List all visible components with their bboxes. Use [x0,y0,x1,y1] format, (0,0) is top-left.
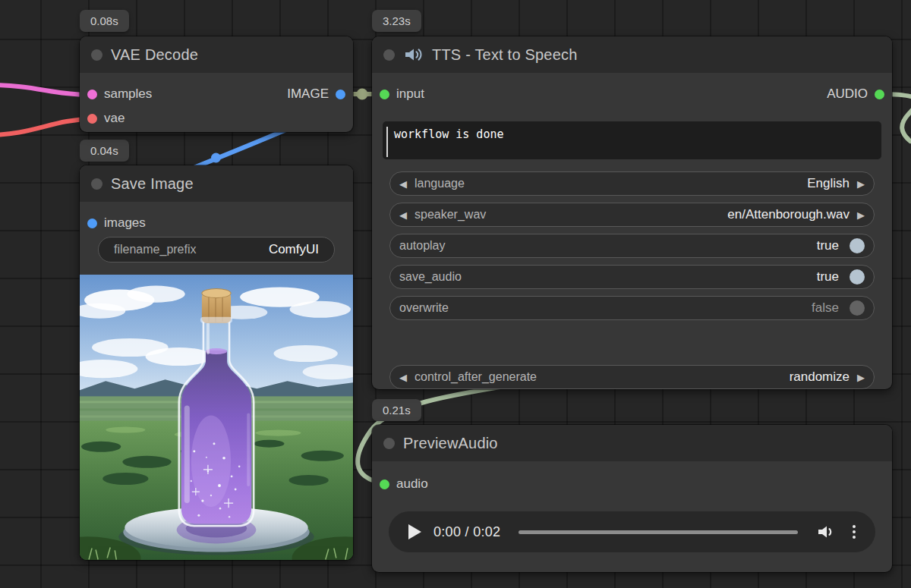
input-port-audio[interactable] [380,480,389,489]
play-button[interactable] [408,524,421,539]
audio-player[interactable]: 0:00 / 0:02 [389,511,875,552]
decrement-arrow-icon[interactable]: ◀ [399,373,407,382]
input-port-samples[interactable] [87,90,97,99]
port-row: vae [80,106,353,130]
port-row: images [80,211,353,235]
speaker-sound-icon [403,46,424,64]
input-port-vae[interactable] [87,114,97,124]
volume-icon[interactable] [816,523,836,541]
input-label-images: images [104,215,146,231]
widget-overwrite[interactable]: overwrite false [389,296,875,320]
node-header[interactable]: Save Image [80,165,353,202]
output-port-audio[interactable] [875,90,884,99]
node-vae-decode[interactable]: VAE Decode samples IMAGE vae [80,36,353,132]
link-midpoint-dot-mixed[interactable] [357,89,368,100]
bottle-photo [80,275,353,560]
widget-label: speaker_wav [415,208,486,222]
exec-time-badge-save-image: 0.04s [80,140,129,162]
node-save-image[interactable]: Save Image images filename_prefix ComfyU… [80,165,353,560]
text-input-value: workflow is done [394,127,504,141]
node-title: TTS - Text to Speech [432,46,578,64]
increment-arrow-icon[interactable]: ▶ [857,373,865,382]
node-preview-audio[interactable]: PreviewAudio audio 0:00 / 0:02 [372,425,892,572]
collapse-dot-icon[interactable] [383,49,395,61]
text-cursor [386,127,388,157]
toggle-knob[interactable] [850,238,865,253]
node-title: Save Image [111,175,194,193]
wire-vae[interactable] [0,119,92,135]
audio-time: 0:00 / 0:02 [433,524,500,540]
widget-value: false [812,300,839,316]
link-midpoint-dot-image[interactable] [211,153,221,163]
node-title: PreviewAudio [403,435,498,452]
node-header[interactable]: TTS - Text to Speech [372,36,892,73]
input-label-input: input [396,86,424,102]
widget-label: autoplay [399,239,446,253]
widget-value: true [817,269,839,285]
widget-label: filename_prefix [114,243,197,256]
output-label-image: IMAGE [287,86,329,102]
widget-value: ComfyUI [269,242,319,257]
widget-filename-prefix[interactable]: filename_prefix ComfyUI [98,237,335,263]
input-label-vae: vae [104,111,125,126]
node-title: VAE Decode [111,46,198,64]
output-port-image[interactable] [336,90,345,99]
widget-value: en/Attenborough.wav [727,207,850,222]
widget-value: randomize [790,369,850,385]
node-header[interactable]: PreviewAudio [372,425,892,461]
input-port-input[interactable] [380,90,389,99]
exec-time-badge-tts: 3.23s [372,10,421,32]
toggle-knob[interactable] [850,300,865,316]
node-header[interactable]: VAE Decode [80,36,353,73]
increment-arrow-icon[interactable]: ▶ [857,179,865,189]
collapse-dot-icon[interactable] [91,49,102,61]
decrement-arrow-icon[interactable]: ◀ [399,179,407,189]
widget-label: overwrite [399,301,449,315]
widget-label: language [415,177,465,190]
input-port-images[interactable] [87,219,97,228]
collapse-dot-icon[interactable] [91,178,102,190]
input-label-audio: audio [396,476,428,492]
widget-speaker-wav[interactable]: ◀ speaker_wav en/Attenborough.wav ▶ [389,203,875,227]
widget-autoplay[interactable]: autoplay true [389,234,875,258]
kebab-menu-icon[interactable] [848,525,860,539]
widget-language[interactable]: ◀ language English ▶ [389,171,875,196]
toggle-knob[interactable] [850,269,865,285]
port-row: input AUDIO [372,82,892,106]
text-input[interactable]: workflow is done [383,121,881,159]
widget-control-after-generate[interactable]: ◀ control_after_generate randomize ▶ [389,365,875,389]
widget-label: save_audio [399,270,462,284]
exec-time-badge-vae-decode: 0.08s [80,10,129,32]
input-label-samples: samples [104,86,152,102]
increment-arrow-icon[interactable]: ▶ [857,210,865,220]
decrement-arrow-icon[interactable]: ◀ [399,210,407,220]
image-preview [80,275,353,560]
wire-latent[interactable] [0,85,92,95]
port-row: audio [372,472,892,496]
node-tts[interactable]: TTS - Text to Speech input AUDIO workflo… [372,36,892,389]
collapse-dot-icon[interactable] [383,438,395,449]
widget-value: English [807,176,850,191]
widget-label: control_after_generate [415,370,537,384]
output-label-audio: AUDIO [827,86,868,102]
exec-time-badge-preview-audio: 0.21s [372,399,421,421]
widget-value: true [817,238,839,253]
port-row: samples IMAGE [80,82,353,106]
node-graph-canvas[interactable]: 0.08s 0.04s 3.23s 0.21s VAE Decode sampl… [0,0,911,588]
widget-save-audio[interactable]: save_audio true [389,265,875,289]
audio-progress-bar[interactable] [519,530,798,534]
